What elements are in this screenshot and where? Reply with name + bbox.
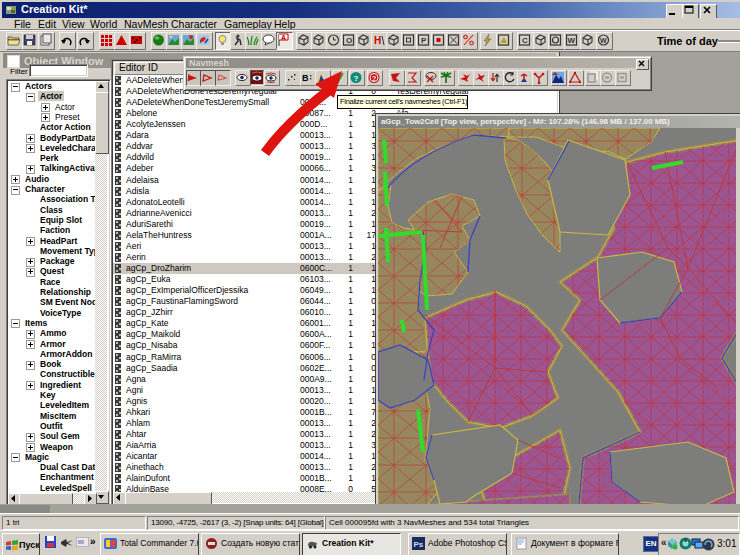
svg-text:A: A xyxy=(281,34,286,41)
svg-text:W: W xyxy=(600,37,607,44)
svg-text:W: W xyxy=(568,36,576,45)
svg-text:H: H xyxy=(374,35,381,46)
svg-text:O: O xyxy=(346,36,352,45)
svg-text:Ps: Ps xyxy=(414,540,424,549)
svg-text:?: ? xyxy=(372,75,376,82)
svg-text:P: P xyxy=(421,36,427,45)
svg-text:C: C xyxy=(522,36,528,45)
